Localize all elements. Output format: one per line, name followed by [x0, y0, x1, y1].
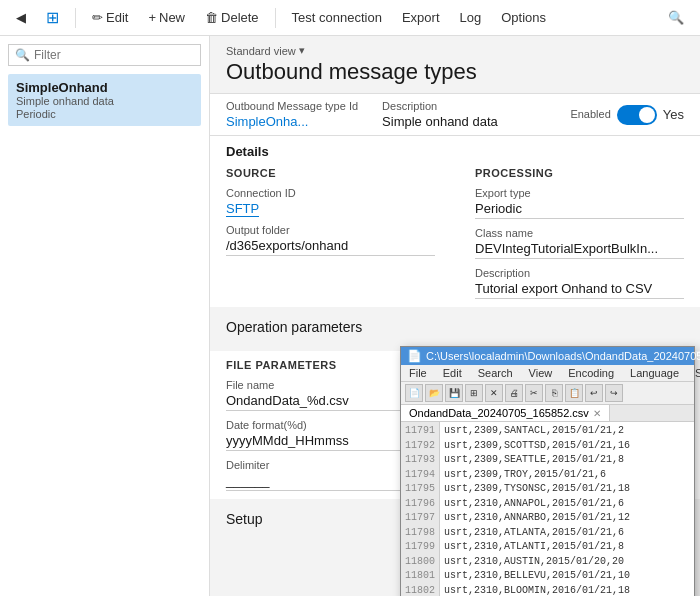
separator-1: [75, 8, 76, 28]
left-panel: 🔍 SimpleOnhand Simple onhand data Period…: [0, 36, 210, 596]
npp-titlebar: 📄 C:\Users\localadmin\Downloads\OndandDa…: [401, 347, 694, 365]
chevron-down-icon: ▾: [299, 44, 305, 57]
npp-toolbar: 📄 📂 💾 ⊞ ✕ 🖨 ✂ ⎘ 📋 ↩ ↪: [401, 382, 694, 405]
npp-menu-edit[interactable]: Edit: [439, 366, 466, 380]
npp-tb-redo[interactable]: ↪: [605, 384, 623, 402]
npp-tb-save-all[interactable]: ⊞: [465, 384, 483, 402]
npp-menu-language[interactable]: Language: [626, 366, 683, 380]
npp-tb-new[interactable]: 📄: [405, 384, 423, 402]
npp-content: 1179111792117931179411795117961179711798…: [401, 422, 694, 596]
id-col: Outbound Message type Id SimpleOnha...: [226, 100, 358, 129]
npp-tab-bar: OndandData_20240705_165852.csv ✕: [401, 405, 694, 422]
npp-title: C:\Users\localadmin\Downloads\OndandData…: [426, 350, 700, 362]
npp-tab-label: OndandData_20240705_165852.csv: [409, 407, 589, 419]
new-button[interactable]: + New: [140, 7, 193, 28]
app-icon-button[interactable]: ⊞: [38, 5, 67, 30]
npp-menu-settings[interactable]: Settings: [691, 366, 700, 380]
npp-menu-search[interactable]: Search: [474, 366, 517, 380]
back-button[interactable]: ◀: [8, 7, 34, 28]
edit-button[interactable]: ✏ Edit: [84, 7, 136, 28]
operation-parameters-title: Operation parameters: [226, 319, 684, 335]
operation-parameters-section: Operation parameters: [210, 311, 700, 351]
toolbar: ◀ ⊞ ✏ Edit + New 🗑 Delete Test connectio…: [0, 0, 700, 36]
npp-tb-copy[interactable]: ⎘: [545, 384, 563, 402]
id-value-link[interactable]: SimpleOnha...: [226, 114, 358, 129]
desc-col: Description Simple onhand data: [382, 100, 498, 129]
log-button[interactable]: Log: [452, 7, 490, 28]
filter-icon: 🔍: [15, 48, 30, 62]
npp-menu-file[interactable]: File: [405, 366, 431, 380]
data-bar: Outbound Message type Id SimpleOnha... D…: [210, 93, 700, 136]
test-connection-button[interactable]: Test connection: [284, 7, 390, 28]
npp-menu-encoding[interactable]: Encoding: [564, 366, 618, 380]
npp-tb-print[interactable]: 🖨: [505, 384, 523, 402]
npp-menu: File Edit Search View Encoding Language …: [401, 365, 694, 382]
npp-tab[interactable]: OndandData_20240705_165852.csv ✕: [401, 405, 610, 421]
npp-line-numbers: 1179111792117931179411795117961179711798…: [401, 422, 440, 596]
app-icon: ⊞: [46, 8, 59, 27]
separator-2: [275, 8, 276, 28]
details-two-col: SOURCE Connection ID SFTP Output folder …: [226, 167, 684, 299]
npp-tb-save[interactable]: 💾: [445, 384, 463, 402]
search-button[interactable]: 🔍: [660, 7, 692, 28]
npp-tb-undo[interactable]: ↩: [585, 384, 603, 402]
back-icon: ◀: [16, 10, 26, 25]
enabled-toggle[interactable]: [617, 105, 657, 125]
options-button[interactable]: Options: [493, 7, 554, 28]
new-icon: +: [148, 10, 156, 25]
npp-app-icon: 📄: [407, 349, 422, 363]
npp-menu-view[interactable]: View: [525, 366, 557, 380]
processing-col: PROCESSING Export type Periodic Class na…: [475, 167, 684, 299]
npp-text-area[interactable]: usrt,2309,SANTACL,2015/01/21,2usrt,2309,…: [440, 422, 694, 596]
details-section: Details SOURCE Connection ID SFTP Output…: [210, 136, 700, 307]
npp-tb-open[interactable]: 📂: [425, 384, 443, 402]
std-view-header: Standard view ▾ Outbound message types: [210, 36, 700, 85]
connection-id-link[interactable]: SFTP: [226, 201, 259, 217]
search-icon: 🔍: [668, 10, 684, 25]
notepad-window: 📄 C:\Users\localadmin\Downloads\OndandDa…: [400, 346, 695, 596]
standard-view-link[interactable]: Standard view ▾: [226, 44, 684, 57]
npp-tb-paste[interactable]: 📋: [565, 384, 583, 402]
filter-box[interactable]: 🔍: [8, 44, 201, 66]
delete-button[interactable]: 🗑 Delete: [197, 7, 267, 28]
enabled-yes-label: Yes: [663, 107, 684, 122]
filter-input[interactable]: [34, 48, 194, 62]
npp-tab-close-icon[interactable]: ✕: [593, 408, 601, 419]
page-title: Outbound message types: [226, 59, 684, 85]
npp-tb-cut[interactable]: ✂: [525, 384, 543, 402]
export-button[interactable]: Export: [394, 7, 448, 28]
npp-tb-close[interactable]: ✕: [485, 384, 503, 402]
source-col: SOURCE Connection ID SFTP Output folder …: [226, 167, 435, 299]
main-layout: 🔍 SimpleOnhand Simple onhand data Period…: [0, 36, 700, 596]
delete-icon: 🗑: [205, 10, 218, 25]
edit-icon: ✏: [92, 10, 103, 25]
list-item[interactable]: SimpleOnhand Simple onhand data Periodic: [8, 74, 201, 126]
enabled-toggle-container: Enabled Yes: [570, 105, 684, 125]
